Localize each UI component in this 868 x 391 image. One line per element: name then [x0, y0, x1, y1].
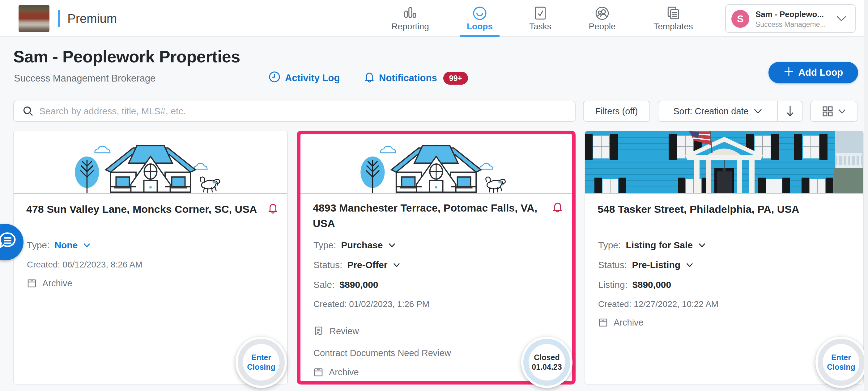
archive-box-icon	[27, 278, 37, 288]
archive-action[interactable]: Archive	[313, 366, 359, 379]
alert-bell-icon[interactable]	[553, 201, 563, 215]
nav-item-templates[interactable]: Templates	[642, 4, 704, 37]
type-label: Type:	[313, 240, 336, 251]
filters-label: Filters (off)	[595, 106, 638, 117]
type-value-dropdown[interactable]: None	[54, 240, 78, 251]
created-row: Created: 12/27/2022, 10:22 AM	[598, 298, 718, 311]
chevron-down-icon[interactable]	[698, 243, 706, 248]
grid-view-icon	[822, 106, 833, 117]
review-document-icon	[313, 326, 324, 336]
bell-icon	[364, 71, 375, 86]
documents-icon	[665, 6, 681, 21]
listing-value: $890,000	[632, 280, 671, 290]
sort-direction-button[interactable]	[778, 101, 803, 121]
status-label: Status:	[313, 260, 342, 270]
nav-label: People	[571, 22, 633, 32]
status-row: Status: Pre-Listing	[598, 259, 693, 271]
status-label: Status:	[598, 260, 627, 270]
alert-bell-icon[interactable]	[268, 202, 278, 216]
activity-log-label: Activity Log	[285, 73, 340, 84]
badge-line: 01.04.23	[532, 362, 562, 372]
profile-org: Success Manageme...	[755, 21, 830, 29]
nav-item-tasks[interactable]: Tasks	[509, 4, 571, 37]
chevron-down-icon[interactable]	[83, 243, 91, 248]
archive-action[interactable]: Archive	[598, 316, 644, 329]
badge-line: Closing	[247, 362, 275, 372]
badge-line: Closing	[827, 362, 855, 372]
created-row: Created: 06/12/2023, 8:26 AM	[27, 259, 143, 271]
brand-divider	[58, 10, 60, 27]
chevron-down-icon[interactable]	[686, 263, 693, 267]
chevron-down-icon	[754, 108, 762, 114]
type-value-dropdown[interactable]: Purchase	[341, 240, 383, 251]
card-title: 478 Sun Valley Lane, Moncks Corner, SC, …	[26, 201, 268, 217]
card-title: 548 Tasker Street, Philadelphia, PA, USA	[597, 201, 845, 217]
archive-box-icon	[598, 318, 608, 327]
created-row: Created: 01/02/2023, 1:26 PM	[313, 298, 429, 311]
brokerage-logo[interactable]	[19, 5, 50, 32]
search-input[interactable]	[39, 102, 575, 121]
card-title: 4893 Manchester Terrace, Potomac Falls, …	[313, 200, 551, 231]
active-tab-underline	[460, 35, 499, 37]
nav-label: Loops	[449, 22, 511, 32]
page-title: Sam - Peoplework Properties	[13, 47, 240, 66]
top-bar: Premium Reporting Loops T	[0, 0, 868, 37]
sale-label: Sale:	[313, 280, 335, 290]
archive-box-icon	[313, 367, 323, 377]
plus-icon	[784, 66, 794, 79]
sort-by-button[interactable]: Sort: Creation date	[658, 101, 777, 121]
enter-closing-badge[interactable]: Enter Closing	[815, 337, 867, 388]
add-loop-label: Add Loop	[799, 67, 843, 78]
status-row: Status: Pre-Offer	[313, 259, 400, 271]
chevron-down-icon[interactable]	[393, 263, 400, 267]
notifications-label: Notifications	[379, 73, 437, 84]
chevron-down-icon[interactable]	[388, 243, 396, 248]
sale-value: $890,000	[339, 280, 378, 290]
loop-smile-icon	[472, 6, 488, 21]
archive-action[interactable]: Archive	[27, 277, 72, 290]
loop-card-tasker[interactable]: 548 Tasker Street, Philadelphia, PA, USA…	[585, 131, 864, 385]
badge-line: Closed	[534, 353, 559, 362]
review-label: Review	[330, 326, 359, 336]
house-illustration	[301, 134, 572, 193]
chevron-down-icon	[838, 109, 846, 114]
archive-label: Archive	[329, 367, 359, 378]
property-photo	[585, 131, 863, 193]
nav-item-people[interactable]: People	[571, 4, 633, 37]
nav-label: Reporting	[379, 22, 441, 32]
activity-log-link[interactable]: Activity Log	[268, 71, 340, 85]
review-note: Contract Documents Need Review	[313, 347, 451, 359]
filters-button[interactable]: Filters (off)	[583, 101, 650, 122]
illustration-ground-line	[301, 193, 572, 194]
nav-item-reporting[interactable]: Reporting	[379, 4, 441, 37]
profile-name: Sam - Peoplewo...	[755, 9, 830, 19]
nav-label: Templates	[642, 22, 704, 32]
loop-card-sun-valley[interactable]: 478 Sun Valley Lane, Moncks Corner, SC, …	[13, 131, 288, 385]
loop-card-manchester-highlighted[interactable]: 4893 Manchester Terrace, Potomac Falls, …	[297, 131, 576, 385]
archive-label: Archive	[614, 318, 644, 328]
badge-line: Enter	[831, 353, 851, 362]
add-loop-button[interactable]: Add Loop	[769, 62, 858, 84]
chevron-down-icon	[836, 15, 847, 22]
type-row: Type: None	[27, 239, 91, 252]
type-value-dropdown[interactable]: Listing for Sale	[626, 240, 693, 251]
view-mode-button[interactable]	[810, 101, 858, 122]
checkbox-icon	[533, 6, 548, 21]
nav-item-loops[interactable]: Loops	[449, 4, 511, 37]
scrollbar[interactable]	[864, 0, 868, 391]
chat-bubble-icon	[0, 231, 17, 249]
listing-label: Listing:	[598, 280, 627, 290]
review-action[interactable]: Review	[313, 325, 359, 337]
type-label: Type:	[598, 240, 621, 251]
enter-closing-badge[interactable]: Enter Closing	[236, 337, 287, 388]
profile-menu[interactable]: S Sam - Peoplewo... Success Manageme...	[725, 4, 856, 33]
closed-date-badge[interactable]: Closed 01.04.23	[521, 337, 572, 388]
notifications-count-badge: 99+	[443, 72, 468, 85]
page-subtitle: Success Management Brokerage	[14, 73, 155, 84]
status-value-dropdown[interactable]: Pre-Listing	[632, 260, 680, 270]
notifications-link[interactable]: Notifications 99+	[364, 71, 468, 85]
type-row: Type: Purchase	[313, 239, 396, 252]
status-value-dropdown[interactable]: Pre-Offer	[347, 260, 387, 270]
sort-control: Sort: Creation date	[658, 101, 803, 122]
loops-page: Premium Reporting Loops T	[0, 0, 868, 391]
